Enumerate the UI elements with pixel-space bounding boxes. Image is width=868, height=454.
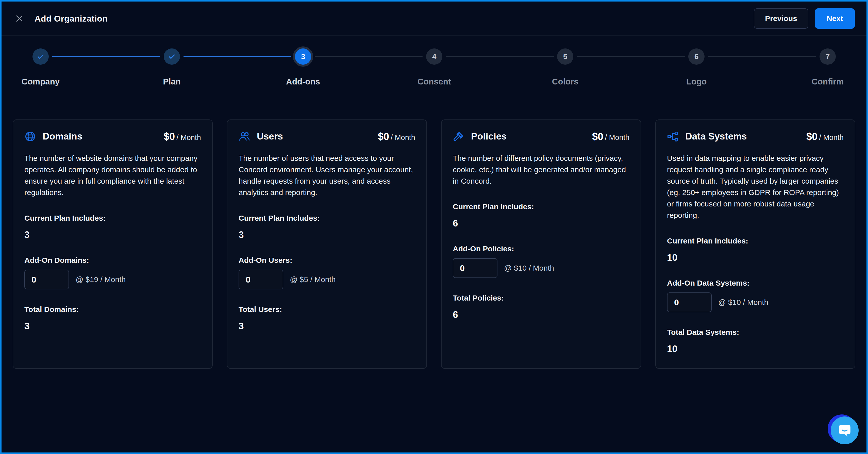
gavel-icon [453, 131, 464, 142]
chat-launcher-circle [831, 417, 859, 444]
step-circle [32, 48, 49, 65]
price-amount: $0 [378, 131, 389, 142]
addon-quantity-input[interactable] [239, 270, 283, 289]
next-button[interactable]: Next [815, 8, 855, 29]
step-label: Logo [686, 77, 707, 87]
stepper-connector [446, 56, 554, 57]
price-amount: $0 [164, 131, 175, 142]
stepper-connector [184, 56, 291, 57]
step-label: Add-ons [286, 77, 320, 87]
addon-row: @ $19 / Month [24, 270, 201, 289]
card-title: Policies [471, 131, 506, 142]
card-title: Domains [43, 131, 82, 142]
current-plan-value: 10 [667, 252, 844, 263]
domains-card: Domains $0 / Month The number of website… [13, 120, 213, 369]
current-plan-value: 3 [239, 230, 415, 240]
addon-label: Add-On Domains: [24, 256, 201, 264]
card-header: Domains $0 / Month [24, 131, 201, 142]
page-title: Add Organization [34, 14, 107, 24]
step-label: Confirm [812, 77, 844, 87]
chat-bubble-icon [838, 423, 852, 437]
total-value: 10 [667, 344, 844, 354]
policies-card: Policies $0 / Month The number of differ… [441, 120, 641, 369]
step-number: 7 [826, 52, 830, 61]
step-label: Company [22, 77, 60, 87]
close-button[interactable] [13, 12, 25, 25]
data-systems-card: Data Systems $0 / Month Used in data map… [655, 120, 855, 369]
price-period: / Month [391, 133, 415, 142]
current-plan-label: Current Plan Includes: [667, 237, 844, 245]
card-description: The number of different policy documents… [453, 153, 629, 187]
current-plan-label: Current Plan Includes: [453, 202, 629, 211]
current-plan-label: Current Plan Includes: [239, 214, 415, 222]
card-title: Users [257, 131, 283, 142]
addon-row: @ $10 / Month [667, 292, 844, 312]
total-label: Total Policies: [453, 294, 629, 302]
addon-rate: @ $10 / Month [504, 264, 554, 272]
step-circle: 3 [295, 48, 311, 65]
step-circle: 6 [688, 48, 705, 65]
price-amount: $0 [806, 131, 818, 142]
addon-quantity-input[interactable] [667, 292, 712, 312]
globe-icon [24, 131, 36, 142]
step-number: 6 [694, 52, 699, 61]
current-plan-value: 3 [24, 230, 201, 240]
current-plan-value: 6 [453, 218, 629, 229]
chat-launcher-button[interactable] [828, 415, 859, 444]
addon-label: Add-On Users: [239, 256, 415, 264]
card-header: Users $0 / Month [239, 131, 415, 142]
price-period: / Month [605, 133, 629, 142]
addon-quantity-input[interactable] [24, 270, 69, 289]
total-value: 3 [24, 321, 201, 331]
step-circle [164, 48, 180, 65]
step-number: 3 [301, 52, 305, 61]
check-icon [167, 52, 176, 61]
step-number: 5 [563, 52, 567, 61]
card-price: $0 / Month [164, 131, 201, 142]
stepper-connector [52, 56, 160, 57]
wizard-stepper: Company Plan 3 Add-ons 4 Consent 5 Color… [2, 36, 866, 87]
modal-header: Add Organization Previous Next [2, 2, 866, 36]
addon-label: Add-On Policies: [453, 245, 629, 253]
users-icon [239, 131, 250, 142]
card-price: $0 / Month [806, 131, 844, 142]
addon-cards: Domains $0 / Month The number of website… [2, 120, 866, 369]
addon-rate: @ $10 / Month [718, 298, 768, 306]
step-number: 4 [432, 52, 437, 61]
total-value: 3 [239, 321, 415, 331]
total-label: Total Data Systems: [667, 328, 844, 336]
step-label: Plan [163, 77, 181, 87]
step-circle: 5 [557, 48, 574, 65]
card-title: Data Systems [685, 131, 747, 142]
check-icon [36, 52, 45, 61]
stepper-connector [315, 56, 423, 57]
data-systems-icon [667, 131, 679, 142]
card-description: The number of website domains that your … [24, 153, 201, 198]
card-description: The number of users that need access to … [239, 153, 415, 198]
current-plan-label: Current Plan Includes: [24, 214, 201, 222]
previous-button[interactable]: Previous [754, 8, 808, 29]
close-icon [15, 14, 24, 23]
card-header: Data Systems $0 / Month [667, 131, 844, 142]
step-label: Consent [417, 77, 451, 87]
price-amount: $0 [592, 131, 603, 142]
card-description: Used in data mapping to enable easier pr… [667, 153, 844, 221]
step-label: Colors [552, 77, 579, 87]
users-card: Users $0 / Month The number of users tha… [227, 120, 427, 369]
card-price: $0 / Month [592, 131, 629, 142]
step-circle: 7 [819, 48, 836, 65]
total-label: Total Users: [239, 305, 415, 314]
step-circle: 4 [426, 48, 442, 65]
card-header: Policies $0 / Month [453, 131, 629, 142]
addon-quantity-input[interactable] [453, 258, 497, 278]
card-price: $0 / Month [378, 131, 415, 142]
addon-label: Add-On Data Systems: [667, 279, 844, 287]
stepper-connector [577, 56, 685, 57]
stepper-connector [708, 56, 816, 57]
add-organization-modal: Add Organization Previous Next Company P… [0, 0, 868, 454]
header-actions: Previous Next [754, 8, 855, 29]
addon-rate: @ $5 / Month [290, 275, 336, 284]
addon-rate: @ $19 / Month [75, 275, 126, 284]
total-value: 6 [453, 310, 629, 320]
price-period: / Month [819, 133, 844, 142]
